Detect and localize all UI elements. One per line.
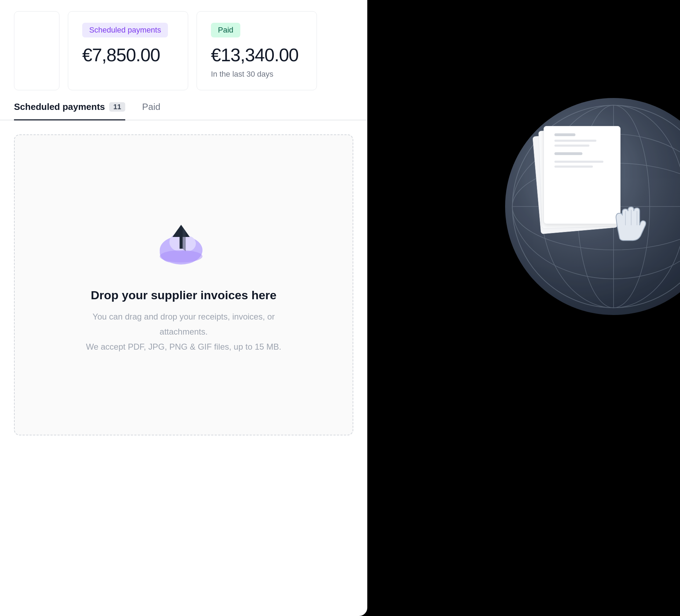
drop-zone[interactable]: Drop your supplier invoices here You can… [14, 134, 353, 435]
paid-card: Paid €13,340.00 In the last 30 days [197, 11, 317, 90]
card-partial-left [14, 11, 59, 90]
scheduled-amount: €7,850.00 [82, 44, 174, 65]
tab-paid[interactable]: Paid [142, 102, 160, 120]
tab-paid-label: Paid [142, 102, 160, 112]
tabs-section: Scheduled payments 11 Paid [0, 102, 367, 120]
invoice-stack [544, 126, 635, 224]
tab-scheduled-label: Scheduled payments [14, 102, 105, 112]
drop-title: Drop your supplier invoices here [91, 288, 277, 302]
svg-marker-7 [172, 225, 190, 237]
cloud-upload-icon [152, 216, 215, 272]
paid-subtitle: In the last 30 days [211, 70, 303, 79]
paid-amount: €13,340.00 [211, 44, 303, 65]
drop-subtitle: You can drag and drop your receipts, inv… [72, 309, 296, 355]
tab-scheduled-payments[interactable]: Scheduled payments 11 [14, 102, 125, 120]
scheduled-badge: Scheduled payments [82, 23, 168, 37]
scheduled-payments-card: Scheduled payments €7,850.00 [68, 11, 188, 90]
svg-marker-8 [183, 228, 186, 251]
tab-scheduled-count: 11 [109, 102, 125, 112]
paid-badge: Paid [211, 23, 240, 37]
svg-point-5 [160, 250, 203, 262]
